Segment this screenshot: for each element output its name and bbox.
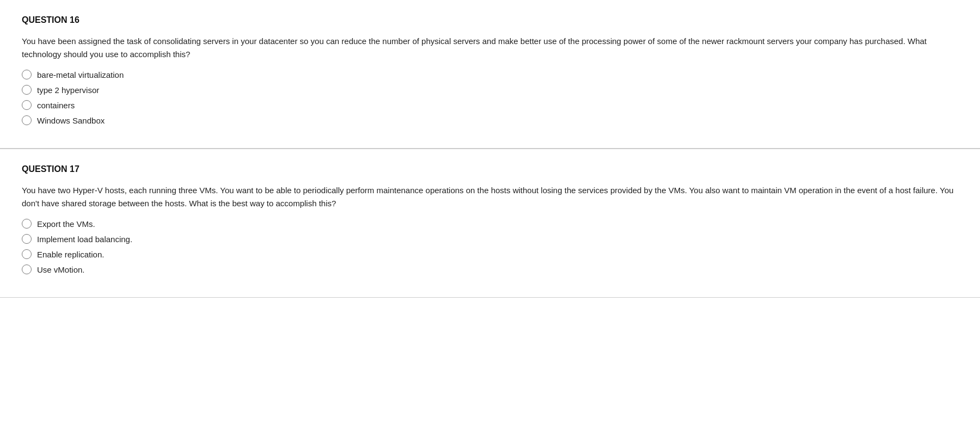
radio-circle-16-3[interactable] bbox=[22, 115, 32, 125]
option-item-16-3[interactable]: Windows Sandbox bbox=[22, 115, 958, 125]
radio-circle-17-0[interactable] bbox=[22, 219, 32, 229]
options-list-16: bare-metal virtualization type 2 hypervi… bbox=[22, 70, 958, 125]
question-block-17: QUESTION 17 You have two Hyper-V hosts, … bbox=[0, 149, 980, 298]
option-item-16-0[interactable]: bare-metal virtualization bbox=[22, 70, 958, 79]
question-title-17: QUESTION 17 bbox=[22, 164, 958, 174]
page-container: QUESTION 16 You have been assigned the t… bbox=[0, 0, 980, 298]
option-label-17-3: Use vMotion. bbox=[37, 265, 85, 274]
option-label-17-2: Enable replication. bbox=[37, 250, 104, 259]
option-item-16-1[interactable]: type 2 hypervisor bbox=[22, 85, 958, 95]
radio-circle-16-0[interactable] bbox=[22, 70, 32, 79]
options-list-17: Export the VMs. Implement load balancing… bbox=[22, 219, 958, 274]
question-title-16: QUESTION 16 bbox=[22, 15, 958, 25]
question-block-16: QUESTION 16 You have been assigned the t… bbox=[0, 0, 980, 149]
option-label-16-1: type 2 hypervisor bbox=[37, 85, 99, 95]
radio-circle-17-2[interactable] bbox=[22, 249, 32, 259]
question-text-16: You have been assigned the task of conso… bbox=[22, 35, 958, 61]
option-label-16-3: Windows Sandbox bbox=[37, 116, 105, 125]
option-label-16-2: containers bbox=[37, 101, 75, 110]
option-item-17-0[interactable]: Export the VMs. bbox=[22, 219, 958, 229]
option-item-17-1[interactable]: Implement load balancing. bbox=[22, 234, 958, 244]
radio-circle-16-2[interactable] bbox=[22, 100, 32, 110]
question-text-17: You have two Hyper-V hosts, each running… bbox=[22, 184, 958, 210]
option-label-16-0: bare-metal virtualization bbox=[37, 70, 124, 79]
option-label-17-0: Export the VMs. bbox=[37, 219, 95, 229]
option-item-17-3[interactable]: Use vMotion. bbox=[22, 264, 958, 274]
radio-circle-16-1[interactable] bbox=[22, 85, 32, 95]
option-item-16-2[interactable]: containers bbox=[22, 100, 958, 110]
radio-circle-17-1[interactable] bbox=[22, 234, 32, 244]
radio-circle-17-3[interactable] bbox=[22, 264, 32, 274]
option-item-17-2[interactable]: Enable replication. bbox=[22, 249, 958, 259]
option-label-17-1: Implement load balancing. bbox=[37, 235, 132, 244]
